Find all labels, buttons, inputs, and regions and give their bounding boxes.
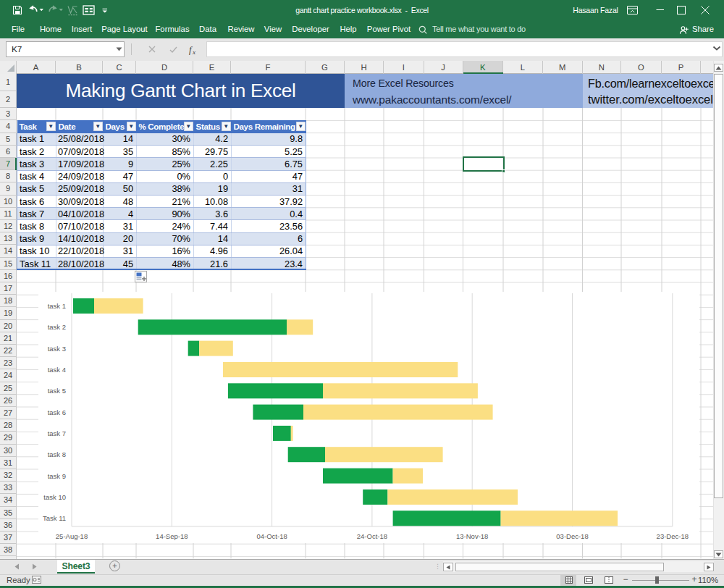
svg-text:task 10: task 10 [43,493,66,501]
svg-text:04-Oct-18: 04-Oct-18 [256,532,287,540]
svg-text:task 4: task 4 [48,366,66,374]
svg-text:13-Nov-18: 13-Nov-18 [456,532,488,540]
svg-text:23-Dec-18: 23-Dec-18 [657,532,689,540]
svg-text:task 3: task 3 [48,345,66,353]
svg-text:task 1: task 1 [48,302,66,310]
svg-text:25-Aug-18: 25-Aug-18 [56,532,88,540]
svg-text:task 8: task 8 [48,450,66,458]
svg-text:24-Oct-18: 24-Oct-18 [357,532,387,540]
svg-text:task 9: task 9 [48,472,66,480]
svg-text:03-Dec-18: 03-Dec-18 [556,532,588,540]
svg-text:task 6: task 6 [48,408,66,416]
svg-text:task 7: task 7 [48,429,66,437]
svg-text:task 5: task 5 [48,387,66,395]
svg-text:14-Sep-18: 14-Sep-18 [156,532,188,540]
svg-text:Task 11: Task 11 [43,514,66,522]
svg-text:task 2: task 2 [48,323,66,331]
